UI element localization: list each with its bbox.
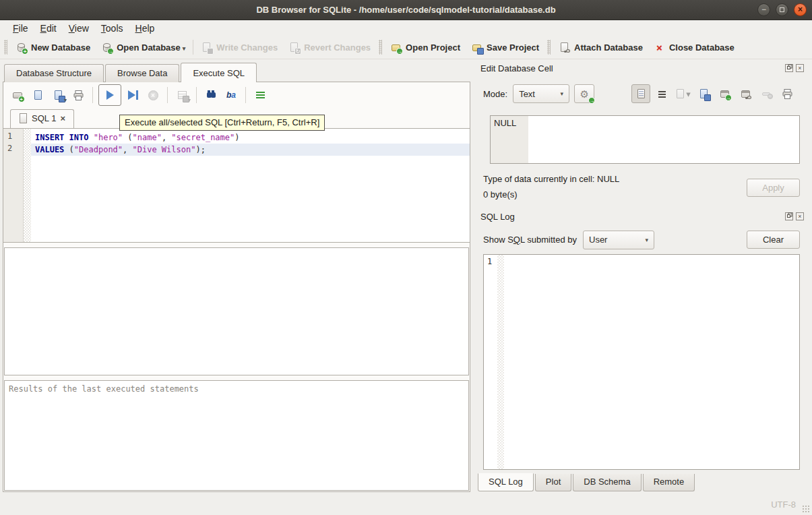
tab-browse-data[interactable]: Browse Data — [105, 64, 179, 82]
code-line[interactable]: VALUES ("Deadpond", "Dive Wilson"); — [31, 144, 470, 156]
import-data-button[interactable] — [694, 84, 713, 103]
new-database-button[interactable]: + New Database — [10, 39, 96, 56]
toolbar-separator — [167, 87, 168, 103]
sql-code-area[interactable]: INSERT INTO "hero" ("name", "secret_name… — [31, 129, 470, 242]
maximize-button[interactable] — [776, 3, 788, 16]
execute-line-icon — [128, 90, 135, 100]
open-url-button[interactable] — [736, 84, 755, 103]
export-data-button[interactable]: → — [715, 84, 734, 103]
float-icon — [787, 214, 790, 218]
print-sql-button[interactable] — [69, 86, 87, 104]
find-icon — [206, 90, 217, 101]
results-message-area[interactable]: Results of the last executed statements — [4, 380, 469, 491]
menu-help[interactable]: Help — [129, 22, 161, 34]
new-sql-tab-button[interactable]: + — [9, 86, 26, 104]
workspace: Database Structure Browse Data Execute S… — [0, 59, 812, 494]
cell-mode-row: Mode: Text ▾ ⚙ → — [483, 84, 594, 104]
execute-tooltip: Execute all/selected SQL [Ctrl+Return, F… — [119, 115, 325, 131]
tab-execute-sql[interactable]: Execute SQL — [181, 63, 257, 82]
cell-value-editor[interactable]: NULL — [490, 115, 800, 164]
line-number: 1 — [3, 131, 23, 144]
open-project-icon: → — [390, 42, 402, 53]
close-database-button[interactable]: × Close Database — [648, 39, 740, 56]
log-line-number: 1 — [484, 255, 497, 469]
open-database-button[interactable]: → Open Database ▾ — [96, 39, 191, 56]
set-null-icon: − — [761, 88, 772, 100]
close-button[interactable]: × — [794, 3, 807, 16]
save-file-dropdown-icon[interactable]: ▾ — [64, 97, 67, 103]
editor-results-splitter[interactable] — [3, 243, 470, 247]
execute-all-button[interactable] — [98, 84, 121, 106]
sql-line-gutter: 12 — [3, 129, 24, 242]
tab-sql-log[interactable]: SQL Log — [478, 473, 534, 491]
log-fold-margin — [497, 255, 504, 469]
new-database-icon: + — [15, 42, 27, 53]
menu-file[interactable]: File — [7, 22, 34, 34]
tab-db-schema[interactable]: DB Schema — [573, 474, 641, 491]
window-controls: − × — [752, 3, 807, 16]
encoding-indicator: UTF-8 — [771, 499, 796, 510]
mode-select[interactable]: Text ▾ — [513, 84, 569, 103]
save-project-icon — [471, 42, 482, 53]
print-icon — [782, 88, 793, 100]
format-sql-button[interactable]: ba — [222, 86, 240, 104]
tab-plot[interactable]: Plot — [535, 474, 571, 491]
execute-line-button[interactable] — [124, 86, 142, 104]
open-file-icon — [32, 90, 44, 101]
minimize-button[interactable]: − — [757, 3, 770, 16]
dock-close-button[interactable]: × — [796, 212, 804, 220]
sql-editor[interactable]: 12 INSERT INTO "hero" ("name", "secret_n… — [3, 128, 470, 243]
sql-log-dock-titlebar: SQL Log × — [480, 210, 804, 222]
tab-database-structure[interactable]: Database Structure — [4, 64, 104, 82]
tab-remote[interactable]: Remote — [643, 474, 695, 491]
sql-document-tab[interactable]: SQL 1 × — [10, 109, 74, 128]
menu-tools[interactable]: Tools — [95, 22, 129, 34]
open-project-button[interactable]: → Open Project — [385, 39, 466, 56]
resize-grip[interactable] — [802, 505, 810, 513]
clear-log-button[interactable]: Clear — [747, 231, 800, 249]
titlebar[interactable]: DB Browser for SQLite - /home/user/code/… — [0, 0, 812, 20]
export-icon: → — [719, 88, 730, 100]
stop-icon: × — [148, 90, 158, 100]
find-replace-button[interactable] — [202, 86, 220, 104]
cell-size-info: 0 byte(s) — [483, 189, 518, 200]
toolbar-separator — [92, 87, 93, 103]
word-wrap-button[interactable] — [652, 84, 671, 103]
dock-float-button[interactable] — [785, 212, 793, 220]
dock-float-button[interactable] — [785, 64, 793, 72]
dock-close-button[interactable]: × — [796, 64, 804, 72]
code-line[interactable]: INSERT INTO "hero" ("name", "secret_name… — [31, 131, 470, 144]
write-changes-icon — [201, 42, 212, 53]
menu-edit[interactable]: Edit — [34, 22, 63, 34]
open-gray-icon — [675, 88, 686, 100]
line-number: 2 — [3, 144, 23, 156]
revert-changes-button: ↻ Revert Changes — [283, 39, 376, 56]
attach-database-icon — [559, 42, 570, 53]
toolbar-drag-handle[interactable] — [547, 40, 551, 55]
save-sql-file-button[interactable]: ▾ — [49, 86, 67, 104]
statusbar: UTF-8 — [0, 494, 812, 515]
open-database-dropdown-icon[interactable]: ▾ — [183, 45, 186, 53]
set-null-button: − — [757, 84, 776, 103]
word-wrap-icon — [656, 88, 668, 100]
window-title: DB Browser for SQLite - /home/user/code/… — [256, 5, 555, 15]
indent-button[interactable] — [251, 86, 269, 104]
log-source-select[interactable]: User ▾ — [583, 231, 654, 249]
attach-database-button[interactable]: Attach Database — [553, 39, 648, 56]
menu-view[interactable]: View — [63, 22, 95, 34]
dock-splitter[interactable] — [476, 202, 807, 208]
toolbar-drag-handle[interactable] — [4, 40, 7, 55]
sql-log-area[interactable]: 1 — [483, 254, 800, 470]
toolbar-separator — [193, 40, 193, 55]
open-sql-file-button[interactable] — [29, 86, 46, 104]
chevron-down-icon: ▾ — [637, 237, 648, 243]
auto-switch-mode-button[interactable]: ⚙ → — [574, 84, 594, 103]
print-cell-button[interactable] — [778, 84, 797, 103]
text-mode-button[interactable] — [631, 84, 650, 103]
toolbar-drag-handle[interactable] — [379, 40, 382, 55]
grid-messages-splitter[interactable] — [3, 375, 470, 380]
close-tab-icon[interactable]: × — [60, 113, 65, 123]
save-project-button[interactable]: Save Project — [466, 39, 544, 56]
results-grid[interactable] — [4, 247, 469, 375]
text-document-icon — [635, 88, 647, 100]
